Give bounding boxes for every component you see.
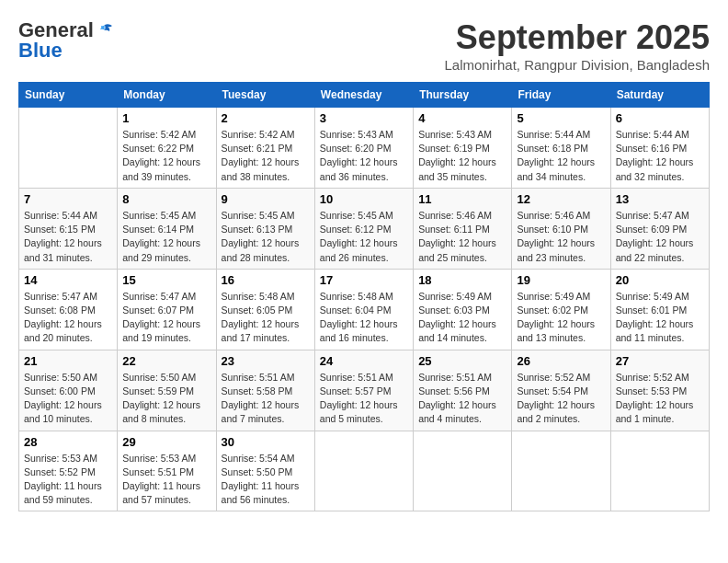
day-number: 3 [320, 111, 408, 125]
calendar-cell: 18Sunrise: 5:49 AMSunset: 6:03 PMDayligh… [414, 269, 512, 350]
day-info: Sunrise: 5:45 AMSunset: 6:14 PMDaylight:… [122, 209, 210, 265]
calendar-cell [414, 431, 512, 511]
day-number: 29 [122, 435, 210, 449]
day-number: 9 [222, 192, 310, 206]
calendar-week-row: 28Sunrise: 5:53 AMSunset: 5:52 PMDayligh… [19, 431, 710, 511]
day-number: 23 [222, 354, 310, 368]
calendar-cell: 11Sunrise: 5:46 AMSunset: 6:11 PMDayligh… [414, 188, 512, 269]
calendar-cell: 19Sunrise: 5:49 AMSunset: 6:02 PMDayligh… [512, 269, 610, 350]
calendar-cell: 22Sunrise: 5:50 AMSunset: 5:59 PMDayligh… [118, 350, 216, 431]
calendar-cell: 24Sunrise: 5:51 AMSunset: 5:57 PMDayligh… [314, 350, 413, 431]
day-info: Sunrise: 5:43 AMSunset: 6:19 PMDaylight:… [418, 128, 506, 184]
day-info: Sunrise: 5:50 AMSunset: 6:00 PMDaylight:… [24, 371, 112, 427]
day-number: 8 [122, 192, 210, 206]
day-info: Sunrise: 5:49 AMSunset: 6:03 PMDaylight:… [418, 290, 506, 346]
day-number: 6 [616, 111, 704, 125]
day-number: 17 [320, 273, 408, 287]
day-info: Sunrise: 5:42 AMSunset: 6:22 PMDaylight:… [122, 128, 210, 184]
calendar-cell: 1Sunrise: 5:42 AMSunset: 6:22 PMDaylight… [118, 108, 216, 189]
calendar-cell: 23Sunrise: 5:51 AMSunset: 5:58 PMDayligh… [216, 350, 314, 431]
logo: General Blue [18, 18, 114, 63]
calendar-week-row: 1Sunrise: 5:42 AMSunset: 6:22 PMDaylight… [19, 108, 710, 189]
calendar-cell [19, 108, 118, 189]
day-number: 11 [418, 192, 506, 206]
day-number: 30 [222, 435, 310, 449]
day-number: 22 [122, 354, 210, 368]
calendar-cell [314, 431, 413, 511]
calendar-cell: 2Sunrise: 5:42 AMSunset: 6:21 PMDaylight… [216, 108, 314, 189]
day-info: Sunrise: 5:49 AMSunset: 6:02 PMDaylight:… [517, 290, 605, 346]
calendar-cell: 26Sunrise: 5:52 AMSunset: 5:54 PMDayligh… [512, 350, 610, 431]
calendar-cell: 4Sunrise: 5:43 AMSunset: 6:19 PMDaylight… [414, 108, 512, 189]
day-info: Sunrise: 5:52 AMSunset: 5:53 PMDaylight:… [616, 371, 704, 427]
day-number: 14 [24, 273, 112, 287]
page-header: General Blue September 2025 Lalmonirhat,… [18, 18, 710, 73]
calendar-week-row: 21Sunrise: 5:50 AMSunset: 6:00 PMDayligh… [19, 350, 710, 431]
calendar-week-row: 14Sunrise: 5:47 AMSunset: 6:08 PMDayligh… [19, 269, 710, 350]
day-number: 15 [122, 273, 210, 287]
day-info: Sunrise: 5:45 AMSunset: 6:13 PMDaylight:… [222, 209, 310, 265]
day-number: 13 [616, 192, 704, 206]
day-info: Sunrise: 5:47 AMSunset: 6:07 PMDaylight:… [122, 290, 210, 346]
day-number: 19 [517, 273, 605, 287]
calendar-cell [610, 431, 709, 511]
calendar-cell: 25Sunrise: 5:51 AMSunset: 5:56 PMDayligh… [414, 350, 512, 431]
calendar-header-row: SundayMondayTuesdayWednesdayThursdayFrid… [19, 83, 710, 108]
day-info: Sunrise: 5:53 AMSunset: 5:51 PMDaylight:… [122, 452, 210, 508]
day-number: 26 [517, 354, 605, 368]
day-info: Sunrise: 5:43 AMSunset: 6:20 PMDaylight:… [320, 128, 408, 184]
calendar-cell: 7Sunrise: 5:44 AMSunset: 6:15 PMDaylight… [19, 188, 118, 269]
day-info: Sunrise: 5:53 AMSunset: 5:52 PMDaylight:… [24, 452, 112, 508]
calendar-cell: 13Sunrise: 5:47 AMSunset: 6:09 PMDayligh… [610, 188, 709, 269]
day-info: Sunrise: 5:51 AMSunset: 5:58 PMDaylight:… [222, 371, 310, 427]
calendar-cell: 29Sunrise: 5:53 AMSunset: 5:51 PMDayligh… [118, 431, 216, 511]
calendar-cell: 10Sunrise: 5:45 AMSunset: 6:12 PMDayligh… [314, 188, 413, 269]
calendar-cell: 15Sunrise: 5:47 AMSunset: 6:07 PMDayligh… [118, 269, 216, 350]
day-info: Sunrise: 5:46 AMSunset: 6:11 PMDaylight:… [418, 209, 506, 265]
day-number: 1 [122, 111, 210, 125]
day-number: 21 [24, 354, 112, 368]
weekday-header-wednesday: Wednesday [314, 83, 413, 108]
day-number: 28 [24, 435, 112, 449]
weekday-header-thursday: Thursday [414, 83, 512, 108]
location: Lalmonirhat, Rangpur Division, Banglades… [444, 57, 710, 73]
calendar-cell: 14Sunrise: 5:47 AMSunset: 6:08 PMDayligh… [19, 269, 118, 350]
day-info: Sunrise: 5:44 AMSunset: 6:18 PMDaylight:… [517, 128, 605, 184]
day-number: 10 [320, 192, 408, 206]
day-number: 4 [418, 111, 506, 125]
day-info: Sunrise: 5:46 AMSunset: 6:10 PMDaylight:… [517, 209, 605, 265]
calendar-cell: 5Sunrise: 5:44 AMSunset: 6:18 PMDaylight… [512, 108, 610, 189]
day-info: Sunrise: 5:44 AMSunset: 6:15 PMDaylight:… [24, 209, 112, 265]
day-number: 25 [418, 354, 506, 368]
day-info: Sunrise: 5:49 AMSunset: 6:01 PMDaylight:… [616, 290, 704, 346]
day-info: Sunrise: 5:44 AMSunset: 6:16 PMDaylight:… [616, 128, 704, 184]
day-info: Sunrise: 5:51 AMSunset: 5:57 PMDaylight:… [320, 371, 408, 427]
day-info: Sunrise: 5:47 AMSunset: 6:09 PMDaylight:… [616, 209, 704, 265]
day-info: Sunrise: 5:54 AMSunset: 5:50 PMDaylight:… [222, 452, 310, 508]
day-number: 16 [222, 273, 310, 287]
day-info: Sunrise: 5:48 AMSunset: 6:04 PMDaylight:… [320, 290, 408, 346]
logo-bird-icon [96, 23, 114, 38]
weekday-header-monday: Monday [118, 83, 216, 108]
calendar-cell [512, 431, 610, 511]
calendar-cell: 9Sunrise: 5:45 AMSunset: 6:13 PMDaylight… [216, 188, 314, 269]
day-info: Sunrise: 5:42 AMSunset: 6:21 PMDaylight:… [222, 128, 310, 184]
calendar-cell: 27Sunrise: 5:52 AMSunset: 5:53 PMDayligh… [610, 350, 709, 431]
day-info: Sunrise: 5:45 AMSunset: 6:12 PMDaylight:… [320, 209, 408, 265]
calendar-cell: 28Sunrise: 5:53 AMSunset: 5:52 PMDayligh… [19, 431, 118, 511]
calendar-cell: 17Sunrise: 5:48 AMSunset: 6:04 PMDayligh… [314, 269, 413, 350]
calendar-cell: 30Sunrise: 5:54 AMSunset: 5:50 PMDayligh… [216, 431, 314, 511]
weekday-header-saturday: Saturday [610, 83, 709, 108]
day-info: Sunrise: 5:48 AMSunset: 6:05 PMDaylight:… [222, 290, 310, 346]
calendar-cell: 16Sunrise: 5:48 AMSunset: 6:05 PMDayligh… [216, 269, 314, 350]
day-number: 24 [320, 354, 408, 368]
day-number: 12 [517, 192, 605, 206]
calendar-cell: 12Sunrise: 5:46 AMSunset: 6:10 PMDayligh… [512, 188, 610, 269]
calendar-cell: 8Sunrise: 5:45 AMSunset: 6:14 PMDaylight… [118, 188, 216, 269]
calendar-week-row: 7Sunrise: 5:44 AMSunset: 6:15 PMDaylight… [19, 188, 710, 269]
calendar-cell: 3Sunrise: 5:43 AMSunset: 6:20 PMDaylight… [314, 108, 413, 189]
day-number: 2 [222, 111, 310, 125]
logo-blue: Blue [18, 39, 63, 63]
day-number: 20 [616, 273, 704, 287]
day-info: Sunrise: 5:52 AMSunset: 5:54 PMDaylight:… [517, 371, 605, 427]
